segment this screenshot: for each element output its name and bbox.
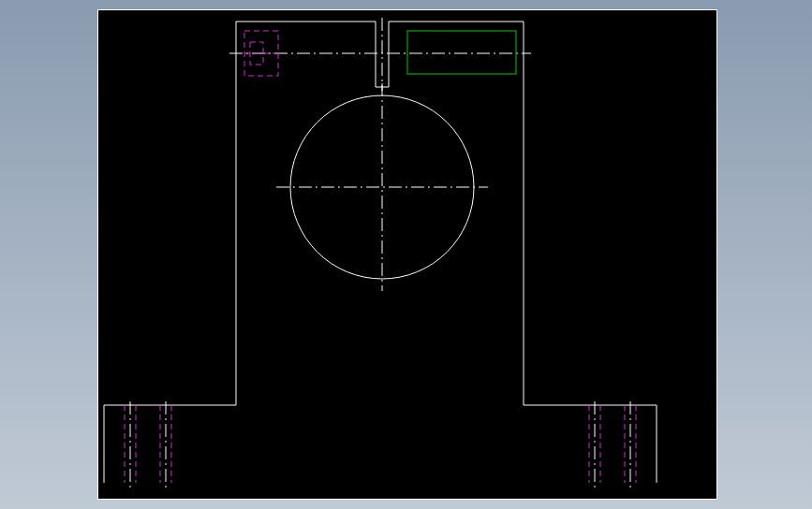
drawing-canvas[interactable] [98,10,716,499]
left-foot-holes [125,401,171,487]
right-foot-holes [589,401,636,487]
highlight-rect [407,31,516,74]
cad-viewport[interactable] [97,9,717,500]
part-outline [104,22,657,483]
